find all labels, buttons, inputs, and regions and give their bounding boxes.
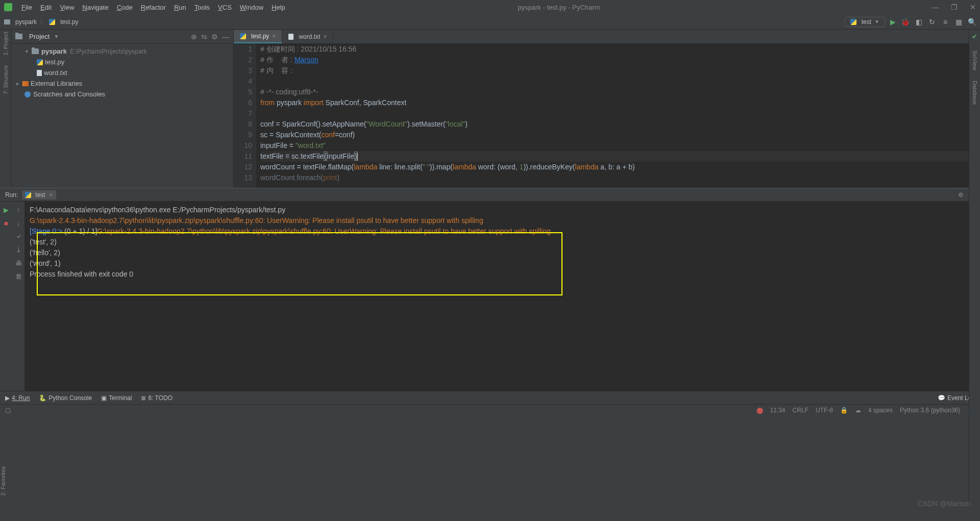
tree-file-wordtxt[interactable]: word.txt bbox=[11, 67, 233, 78]
project-panel-title: Project bbox=[29, 33, 50, 40]
attach-button[interactable]: ▦ bbox=[954, 18, 963, 26]
run-config-dropdown[interactable]: test ▼ bbox=[845, 17, 885, 27]
project-icon bbox=[15, 34, 22, 39]
menu-code[interactable]: Code bbox=[114, 3, 136, 12]
file-label: test.py bbox=[45, 58, 64, 66]
clear-button[interactable]: 🗑 bbox=[13, 271, 23, 281]
breadcrumb-file[interactable]: test.py bbox=[60, 18, 78, 26]
folder-icon bbox=[32, 48, 39, 54]
tree-root[interactable]: ▾ pyspark E:\PycharmProjects\pyspark bbox=[11, 46, 233, 57]
project-tree: ▾ pyspark E:\PycharmProjects\pyspark tes… bbox=[11, 44, 233, 102]
left-side-rail: 1: Project 7: Structure bbox=[0, 30, 11, 188]
rail-project[interactable]: 1: Project bbox=[3, 32, 9, 55]
check-icon[interactable]: ✔ bbox=[972, 33, 977, 40]
menu-edit[interactable]: Edit bbox=[37, 3, 55, 12]
close-icon[interactable]: × bbox=[272, 33, 276, 40]
right-side-rail: ✔ SciView Database bbox=[969, 30, 980, 504]
tab-run[interactable]: ▶ 4: Run bbox=[5, 394, 30, 402]
menu-file[interactable]: File bbox=[18, 3, 35, 12]
tree-external-libs[interactable]: ▸ External Libraries bbox=[11, 78, 233, 89]
memory-icon[interactable]: ☁ bbox=[855, 407, 861, 414]
line-separator[interactable]: CRLF bbox=[793, 407, 808, 414]
tree-root-name: pyspark bbox=[41, 47, 67, 55]
code-area[interactable]: # 创建时间 : 2021/10/15 16:56# 作 者 : Marson#… bbox=[256, 44, 980, 188]
tab-todo[interactable]: ≣ 6: TODO bbox=[141, 394, 173, 402]
settings-icon[interactable]: ⚙ bbox=[211, 33, 218, 41]
external-libraries-label: External Libraries bbox=[31, 80, 82, 87]
tab-python-console[interactable]: 🐍 Python Console bbox=[39, 394, 92, 402]
python-icon bbox=[850, 19, 856, 25]
python-sdk[interactable]: Python 3.6 (python36) bbox=[900, 407, 960, 414]
tree-file-testpy[interactable]: test.py bbox=[11, 57, 233, 67]
run-tab-name: test bbox=[35, 191, 45, 199]
tab-label: test.py bbox=[251, 33, 269, 40]
project-panel: Project ▼ ⊕ ⇆ ⚙ — ▾ pyspark E:\PycharmPr… bbox=[11, 30, 234, 188]
menu-refactor[interactable]: Refactor bbox=[138, 3, 169, 12]
breadcrumb-root[interactable]: pyspark bbox=[15, 18, 37, 26]
left-rail-bottom: 2: Favorites bbox=[0, 466, 11, 495]
titlebar: FileEditViewNavigateCodeRefactorRunTools… bbox=[0, 0, 980, 14]
encoding[interactable]: UTF-8 bbox=[816, 407, 833, 414]
search-everywhere-button[interactable]: 🔍 bbox=[968, 18, 976, 26]
close-button[interactable]: ✕ bbox=[970, 3, 976, 11]
gutter: 12345678910111213 bbox=[234, 44, 256, 188]
settings-icon[interactable]: ⚙ bbox=[958, 191, 964, 199]
editor-tab-word-txt[interactable]: word.txt× bbox=[282, 30, 333, 43]
expand-icon[interactable]: ▾ bbox=[26, 48, 32, 54]
tab-terminal[interactable]: ▣ Terminal bbox=[101, 394, 132, 402]
locate-button[interactable]: ⊕ bbox=[191, 33, 197, 41]
editor-tab-test-py[interactable]: test.py× bbox=[234, 30, 282, 43]
close-icon[interactable]: × bbox=[50, 191, 53, 199]
soft-wrap-button[interactable]: ⤶ bbox=[13, 231, 23, 241]
readonly-icon[interactable]: 🔒 bbox=[840, 407, 848, 414]
breadcrumb-separator: 〉 bbox=[40, 17, 46, 26]
concurrency-button[interactable]: ≡ bbox=[941, 18, 949, 26]
run-tab[interactable]: test × bbox=[22, 190, 56, 200]
up-button[interactable]: ↑ bbox=[13, 205, 23, 215]
minimize-button[interactable]: — bbox=[932, 3, 939, 11]
menu-navigate[interactable]: Navigate bbox=[79, 3, 111, 12]
indent[interactable]: 4 spaces bbox=[868, 407, 893, 414]
rerun-button[interactable]: ▶ bbox=[1, 205, 11, 215]
tree-scratches[interactable]: Scratches and Consoles bbox=[11, 89, 233, 100]
run-button[interactable]: ▶ bbox=[890, 18, 896, 26]
down-button[interactable]: ↓ bbox=[13, 218, 23, 228]
expand-icon[interactable]: ▸ bbox=[16, 81, 22, 86]
print-button[interactable]: 🖶 bbox=[13, 258, 23, 268]
run-panel: Run: test × ⚙ — ▶ ■ ↑ ↓ ⤶ ⤓ 🖶 🗑 F:\Anaco… bbox=[0, 188, 980, 391]
bottom-tool-tabs: ▶ 4: Run 🐍 Python Console ▣ Terminal ≣ 6… bbox=[0, 391, 980, 404]
coverage-button[interactable]: ◧ bbox=[915, 18, 923, 26]
run-label: Run: bbox=[5, 191, 18, 199]
status-icon[interactable]: ▢ bbox=[5, 407, 11, 414]
stop-button[interactable]: ■ bbox=[1, 218, 11, 228]
editor: test.py×word.txt× 12345678910111213 # 创建… bbox=[234, 30, 980, 188]
profile-button[interactable]: ↻ bbox=[928, 18, 936, 26]
debug-button[interactable]: 🐞 bbox=[901, 18, 910, 26]
rail-sciview[interactable]: SciView bbox=[972, 51, 978, 70]
library-icon bbox=[22, 81, 29, 86]
rail-favorites[interactable]: 2: Favorites bbox=[0, 466, 6, 495]
close-icon[interactable]: × bbox=[323, 33, 327, 40]
run-toolbar-left: ▶ ■ bbox=[0, 202, 12, 391]
text-icon bbox=[37, 70, 42, 76]
error-icon[interactable]: ⬤ bbox=[756, 407, 763, 414]
hide-button[interactable]: — bbox=[222, 33, 229, 41]
console-output[interactable]: F:\AnacondaData\envs\python36\python.exe… bbox=[24, 202, 980, 391]
scratches-icon bbox=[24, 91, 31, 97]
maximize-button[interactable]: ❐ bbox=[951, 3, 958, 11]
scratches-label: Scratches and Consoles bbox=[33, 90, 105, 98]
run-config-name: test bbox=[862, 18, 871, 26]
app-icon bbox=[4, 3, 12, 11]
file-label: word.txt bbox=[44, 69, 67, 77]
caret-position[interactable]: 11:34 bbox=[770, 407, 786, 414]
text-icon bbox=[288, 34, 293, 40]
python-icon bbox=[25, 192, 31, 198]
breadcrumb: pyspark 〉 test.py bbox=[4, 17, 78, 26]
rail-structure[interactable]: 7: Structure bbox=[3, 65, 9, 94]
chevron-down-icon[interactable]: ▼ bbox=[54, 34, 59, 39]
collapse-button[interactable]: ⇆ bbox=[201, 33, 207, 41]
scroll-end-button[interactable]: ⤓ bbox=[13, 244, 23, 255]
run-toolbar-right: ↑ ↓ ⤶ ⤓ 🖶 🗑 bbox=[12, 202, 24, 391]
rail-database[interactable]: Database bbox=[972, 81, 978, 105]
menu-view[interactable]: View bbox=[57, 3, 77, 12]
